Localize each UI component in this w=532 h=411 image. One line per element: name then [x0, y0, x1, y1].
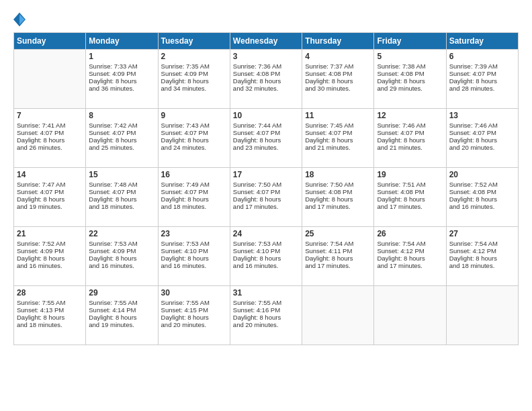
calendar-cell: 31Sunrise: 7:55 AMSunset: 4:16 PMDayligh…	[230, 286, 302, 345]
day-info: Daylight: 8 hours	[17, 195, 83, 203]
day-info: Daylight: 8 hours	[305, 136, 371, 144]
day-info: and 21 minutes.	[377, 144, 443, 151]
day-info: Daylight: 8 hours	[161, 77, 227, 85]
day-info: Daylight: 8 hours	[377, 136, 443, 144]
day-info: and 20 minutes.	[233, 321, 299, 328]
day-info: Sunset: 4:15 PM	[161, 306, 227, 314]
calendar-cell: 28Sunrise: 7:55 AMSunset: 4:13 PMDayligh…	[14, 286, 86, 345]
page: SundayMondayTuesdayWednesdayThursdayFrid…	[0, 0, 532, 411]
day-info: and 25 minutes.	[89, 144, 154, 151]
day-info: Sunset: 4:07 PM	[377, 129, 443, 136]
header-sunday: Sunday	[14, 33, 86, 50]
day-number: 19	[377, 170, 443, 179]
day-info: Sunrise: 7:47 AM	[17, 181, 83, 188]
day-info: Sunset: 4:16 PM	[233, 306, 299, 314]
day-info: and 20 minutes.	[449, 144, 515, 151]
day-info: and 16 minutes.	[89, 262, 154, 269]
day-number: 5	[377, 52, 443, 61]
day-info: Daylight: 8 hours	[305, 195, 371, 203]
calendar-cell: 26Sunrise: 7:54 AMSunset: 4:12 PMDayligh…	[374, 227, 446, 286]
day-info: Daylight: 8 hours	[449, 136, 515, 144]
calendar-cell: 5Sunrise: 7:38 AMSunset: 4:08 PMDaylight…	[374, 50, 446, 109]
day-info: and 17 minutes.	[377, 262, 443, 269]
header-friday: Friday	[374, 33, 446, 50]
day-info: Sunrise: 7:52 AM	[449, 181, 515, 188]
calendar-cell: 22Sunrise: 7:53 AMSunset: 4:09 PMDayligh…	[86, 227, 158, 286]
calendar-cell: 6Sunrise: 7:39 AMSunset: 4:07 PMDaylight…	[446, 50, 518, 109]
day-number: 26	[377, 229, 443, 238]
header-saturday: Saturday	[446, 33, 518, 50]
calendar-cell	[302, 286, 374, 345]
day-info: Sunset: 4:14 PM	[89, 306, 154, 314]
day-info: Daylight: 8 hours	[233, 195, 299, 203]
day-info: and 17 minutes.	[305, 203, 371, 210]
day-info: Sunrise: 7:49 AM	[161, 181, 227, 188]
day-info: Sunset: 4:07 PM	[17, 188, 83, 195]
day-info: Sunset: 4:07 PM	[449, 129, 515, 136]
calendar-cell: 24Sunrise: 7:53 AMSunset: 4:10 PMDayligh…	[230, 227, 302, 286]
day-number: 29	[89, 288, 154, 298]
day-number: 7	[17, 111, 83, 120]
day-info: and 34 minutes.	[161, 85, 227, 92]
day-info: and 21 minutes.	[305, 144, 371, 151]
calendar-cell: 3Sunrise: 7:36 AMSunset: 4:08 PMDaylight…	[230, 50, 302, 109]
day-info: Sunrise: 7:39 AM	[449, 62, 515, 70]
day-number: 18	[305, 170, 371, 179]
calendar-cell	[14, 50, 86, 109]
day-info: and 23 minutes.	[233, 144, 299, 151]
calendar-cell: 14Sunrise: 7:47 AMSunset: 4:07 PMDayligh…	[14, 168, 86, 227]
day-number: 27	[449, 229, 515, 238]
day-info: Sunset: 4:08 PM	[305, 188, 371, 195]
header-wednesday: Wednesday	[230, 33, 302, 50]
day-info: Sunrise: 7:53 AM	[89, 240, 154, 247]
day-info: and 26 minutes.	[17, 144, 83, 151]
calendar-cell: 27Sunrise: 7:54 AMSunset: 4:12 PMDayligh…	[446, 227, 518, 286]
day-number: 17	[233, 170, 299, 179]
day-info: and 16 minutes.	[17, 262, 83, 269]
day-info: Sunrise: 7:52 AM	[17, 240, 83, 247]
day-info: Daylight: 8 hours	[449, 255, 515, 262]
day-info: and 29 minutes.	[377, 85, 443, 92]
day-info: Sunset: 4:07 PM	[449, 70, 515, 77]
day-info: Sunrise: 7:36 AM	[233, 62, 299, 70]
day-number: 16	[161, 170, 227, 179]
day-info: Daylight: 8 hours	[233, 77, 299, 85]
day-info: Daylight: 8 hours	[89, 314, 154, 321]
day-info: Sunrise: 7:45 AM	[305, 122, 371, 129]
day-info: Sunset: 4:12 PM	[377, 247, 443, 255]
day-info: Daylight: 8 hours	[89, 255, 154, 262]
day-number: 22	[89, 229, 154, 238]
day-info: Sunset: 4:08 PM	[377, 70, 443, 77]
day-info: Sunset: 4:11 PM	[305, 247, 371, 255]
calendar-cell: 25Sunrise: 7:54 AMSunset: 4:11 PMDayligh…	[302, 227, 374, 286]
calendar-cell	[374, 286, 446, 345]
calendar-cell: 9Sunrise: 7:43 AMSunset: 4:07 PMDaylight…	[158, 109, 230, 168]
day-info: Sunrise: 7:53 AM	[161, 240, 227, 247]
day-number: 24	[233, 229, 299, 238]
day-number: 4	[305, 52, 371, 61]
calendar-cell: 21Sunrise: 7:52 AMSunset: 4:09 PMDayligh…	[14, 227, 86, 286]
logo	[13, 12, 27, 27]
day-info: Daylight: 8 hours	[89, 195, 154, 203]
calendar-cell	[446, 286, 518, 345]
day-info: Sunrise: 7:54 AM	[305, 240, 371, 247]
day-info: Sunset: 4:12 PM	[449, 247, 515, 255]
day-info: Sunrise: 7:46 AM	[449, 122, 515, 129]
day-info: Daylight: 8 hours	[161, 314, 227, 321]
day-info: Sunrise: 7:50 AM	[305, 181, 371, 188]
calendar-cell: 18Sunrise: 7:50 AMSunset: 4:08 PMDayligh…	[302, 168, 374, 227]
day-info: Daylight: 8 hours	[449, 77, 515, 85]
day-info: Sunset: 4:08 PM	[305, 70, 371, 77]
calendar-cell: 8Sunrise: 7:42 AMSunset: 4:07 PMDaylight…	[86, 109, 158, 168]
day-info: Daylight: 8 hours	[233, 136, 299, 144]
day-number: 3	[233, 52, 299, 61]
day-info: Sunrise: 7:38 AM	[377, 62, 443, 70]
day-info: Daylight: 8 hours	[377, 195, 443, 203]
header	[13, 12, 519, 27]
day-number: 23	[161, 229, 227, 238]
day-info: Daylight: 8 hours	[161, 195, 227, 203]
calendar-cell: 12Sunrise: 7:46 AMSunset: 4:07 PMDayligh…	[374, 109, 446, 168]
day-info: and 18 minutes.	[449, 262, 515, 269]
calendar-cell: 10Sunrise: 7:44 AMSunset: 4:07 PMDayligh…	[230, 109, 302, 168]
day-info: and 18 minutes.	[89, 203, 154, 210]
